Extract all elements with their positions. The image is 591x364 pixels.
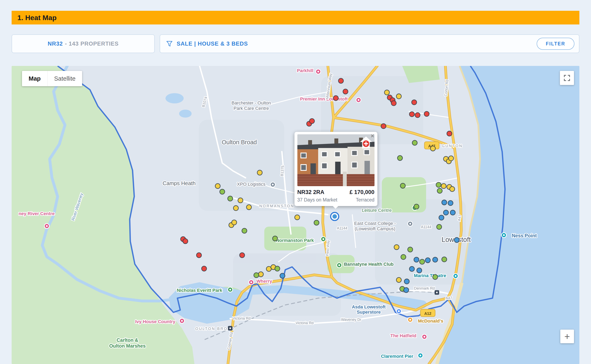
map-label: Denmark Rd — [414, 286, 435, 290]
property-marker[interactable] — [414, 257, 419, 262]
property-marker[interactable] — [454, 238, 459, 242]
property-marker[interactable] — [404, 279, 409, 284]
property-marker[interactable] — [343, 89, 348, 94]
property-marker[interactable] — [424, 111, 429, 116]
property-marker[interactable] — [420, 259, 425, 264]
property-marker[interactable] — [401, 254, 406, 260]
property-marker[interactable] — [233, 206, 238, 211]
poi-pin-lodging-icon[interactable] — [356, 98, 361, 103]
poi-pin-attraction-icon[interactable] — [501, 233, 506, 238]
property-marker[interactable] — [220, 189, 225, 194]
property-marker[interactable] — [398, 156, 402, 160]
filter-button[interactable]: FILTER — [537, 38, 574, 50]
property-marker[interactable] — [309, 119, 314, 124]
poi-pin-lodging-icon[interactable] — [44, 224, 49, 229]
property-marker[interactable] — [442, 257, 447, 262]
property-marker[interactable] — [433, 257, 438, 262]
popup-close-button[interactable]: × — [369, 132, 376, 140]
postcode-value: NR32 — [48, 41, 63, 47]
property-marker[interactable] — [450, 210, 455, 215]
property-marker[interactable] — [448, 201, 453, 205]
map-label: Victoria Rd — [233, 316, 251, 320]
property-marker[interactable] — [396, 94, 401, 99]
poi-pin-school-icon[interactable] — [408, 221, 413, 226]
property-marker[interactable] — [280, 273, 285, 278]
property-marker[interactable] — [417, 268, 422, 273]
property-marker[interactable] — [202, 266, 207, 271]
poi-pin-lodging-icon[interactable] — [249, 280, 254, 285]
property-marker[interactable] — [436, 182, 441, 187]
property-marker[interactable] — [242, 228, 247, 233]
property-marker[interactable] — [409, 112, 414, 117]
map-label: East Coast College -(Lowestoft Campus) — [354, 221, 396, 231]
poi-pin-station-icon[interactable] — [435, 290, 439, 295]
poi-pin-leisure-icon[interactable] — [337, 263, 342, 268]
property-marker[interactable] — [215, 183, 220, 188]
property-marker[interactable] — [258, 272, 263, 277]
selected-property-marker[interactable] — [332, 214, 337, 219]
property-marker[interactable] — [384, 90, 389, 95]
property-marker[interactable] — [238, 198, 243, 203]
filter-summary-text: SALE | HOUSE & 3 BEDS — [177, 41, 248, 47]
filter-summary-box[interactable]: SALE | HOUSE & 3 BEDS FILTER — [160, 34, 579, 53]
poi-pin-attraction-icon[interactable] — [453, 274, 458, 279]
property-marker[interactable] — [431, 146, 435, 151]
map-type-satellite-button[interactable]: Satellite — [47, 71, 82, 86]
property-marker[interactable] — [275, 266, 280, 271]
property-marker[interactable] — [228, 196, 233, 201]
property-marker[interactable] — [444, 210, 448, 215]
map-type-map-button[interactable]: Map — [22, 71, 47, 86]
fullscreen-button[interactable] — [560, 71, 574, 85]
property-marker[interactable] — [333, 96, 338, 101]
property-marker[interactable] — [412, 100, 417, 105]
property-marker[interactable] — [437, 224, 442, 229]
popup-price: £ 170,000 — [349, 189, 374, 195]
property-marker[interactable] — [257, 170, 262, 175]
property-marker[interactable] — [439, 215, 444, 220]
property-marker[interactable] — [295, 215, 300, 220]
property-marker[interactable] — [408, 247, 413, 252]
property-marker[interactable] — [391, 101, 396, 106]
property-marker[interactable] — [425, 258, 430, 263]
poi-pin-station-icon[interactable] — [228, 326, 232, 331]
property-marker[interactable] — [314, 220, 319, 225]
property-marker[interactable] — [415, 113, 420, 117]
map-label: A1144 — [421, 225, 431, 229]
property-marker[interactable] — [183, 239, 188, 244]
poi-pin-lodging-icon[interactable] — [422, 334, 427, 339]
property-marker[interactable] — [381, 124, 386, 129]
poi-pin-lodging-icon[interactable] — [316, 69, 321, 74]
poi-pin-lodging-icon[interactable] — [180, 318, 184, 323]
poi-pin-park-icon[interactable] — [228, 287, 233, 292]
map-label: XPO Logistics — [237, 182, 266, 187]
property-marker[interactable] — [412, 140, 417, 145]
property-marker[interactable] — [338, 78, 343, 83]
property-marker[interactable] — [396, 277, 401, 282]
property-marker[interactable] — [240, 253, 245, 258]
poi-pin-generic-icon[interactable] — [270, 182, 275, 187]
property-marker[interactable] — [414, 204, 419, 209]
property-marker[interactable] — [272, 236, 277, 241]
property-marker[interactable] — [254, 273, 259, 278]
property-marker[interactable] — [400, 183, 405, 188]
postcode-summary-box[interactable]: NR32 - 143 PROPERTIES — [12, 34, 155, 53]
property-marker[interactable] — [448, 156, 453, 161]
property-marker[interactable] — [447, 131, 452, 136]
property-marker[interactable] — [232, 220, 236, 225]
property-marker[interactable] — [433, 274, 438, 280]
property-marker[interactable] — [246, 205, 251, 210]
property-marker[interactable] — [450, 187, 455, 192]
map-canvas[interactable]: A47A12 Oulton BroadCamps HeathLowestoftN… — [12, 66, 579, 364]
poi-pin-shopping-icon[interactable] — [396, 309, 401, 314]
property-marker[interactable] — [404, 287, 409, 292]
poi-pin-food-icon[interactable] — [408, 317, 413, 322]
poi-pin-attraction-icon[interactable] — [418, 353, 423, 358]
property-marker[interactable] — [442, 200, 447, 205]
property-marker[interactable] — [196, 253, 201, 258]
property-marker[interactable] — [409, 266, 414, 271]
property-marker[interactable] — [394, 245, 399, 250]
poi-pin-park-icon[interactable] — [321, 237, 326, 242]
property-marker[interactable] — [437, 188, 442, 193]
zoom-in-button[interactable]: + — [560, 330, 574, 343]
property-marker[interactable] — [441, 183, 446, 188]
